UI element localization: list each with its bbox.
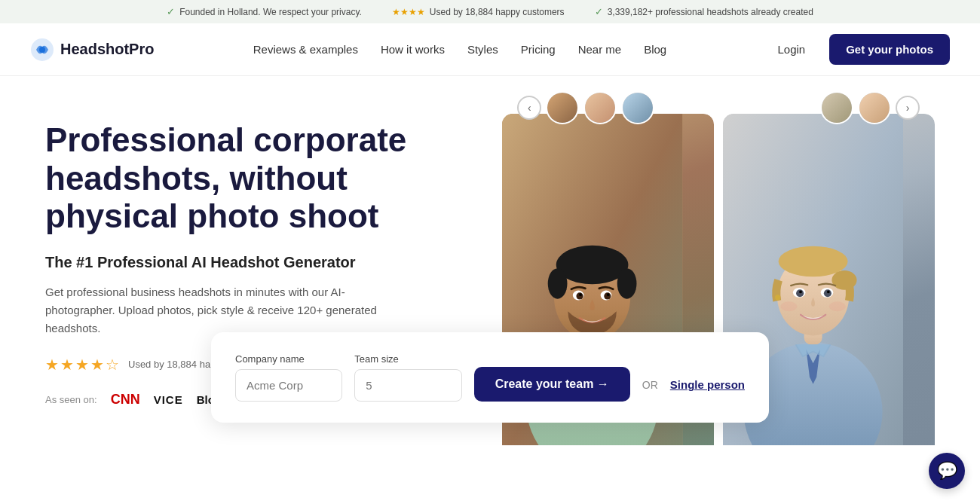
svg-point-15 [607,293,610,296]
nav-styles[interactable]: Styles [467,43,498,56]
svg-point-9 [617,268,637,298]
star-rating: ★★★★☆ [45,356,121,374]
thumb-5 [858,91,891,124]
next-arrow[interactable]: › [896,96,920,120]
nav-links: Reviews & examples How it works Styles P… [253,43,667,57]
svg-point-7 [556,246,629,285]
or-text: OR [642,379,658,402]
svg-point-26 [799,291,802,294]
team-size-input[interactable] [354,369,461,402]
nav-how-it-works[interactable]: How it works [381,43,445,56]
logo-link[interactable]: HeadshotPro [30,38,154,62]
create-team-button[interactable]: Create your team → [474,367,630,402]
nav-actions: Login Get your photos [765,34,950,65]
banner-headshots: ✓ 3,339,182+ professional headshots alre… [595,6,813,17]
company-field: Company name [235,353,342,402]
hero-description: Get professional business headshots in m… [45,283,407,338]
thumb-3 [621,91,654,124]
svg-point-28 [775,295,780,300]
svg-point-30 [829,301,846,311]
navbar: HeadshotPro Reviews & examples How it wo… [0,23,980,76]
svg-point-14 [580,293,583,296]
thumb-row-right: › [820,91,920,124]
check-icon-2: ✓ [595,6,603,17]
thumb-row-left: ‹ [517,91,654,124]
prev-arrow[interactable]: ‹ [517,96,541,120]
company-label: Company name [235,353,342,365]
nav-blog[interactable]: Blog [644,43,666,56]
banner-privacy: ✓ Founded in Holland. We respect your pr… [167,6,362,17]
team-size-field: Team size [354,353,461,402]
get-photos-button[interactable]: Get your photos [829,34,950,65]
login-button[interactable]: Login [765,37,817,62]
thumb-4 [820,91,853,124]
thumb-2 [583,91,617,124]
nav-near-me[interactable]: Near me [578,43,622,56]
hero-subtitle: The #1 Professional AI Headshot Generato… [45,254,472,271]
star-icons: ★★★★ [392,7,425,17]
hero-title: Professional corporate headshots, withou… [45,121,472,236]
logo-text: HeadshotPro [60,41,154,58]
form-card: Company name Team size Create your team … [211,332,769,423]
banner-customers: ★★★★ Used by 18,884 happy customers [392,7,565,17]
svg-point-8 [548,268,568,298]
nav-pricing[interactable]: Pricing [521,43,556,56]
svg-point-25 [824,289,831,297]
nav-reviews[interactable]: Reviews & examples [253,43,358,56]
company-input[interactable] [235,369,342,402]
single-person-button[interactable]: Single person [670,378,745,402]
team-size-label: Team size [354,353,461,365]
thumb-1 [546,91,579,124]
svg-point-24 [796,289,804,297]
svg-point-21 [832,270,857,290]
logo-icon [30,38,54,62]
svg-point-1 [39,47,45,53]
svg-point-29 [781,301,798,311]
check-icon: ✓ [167,6,175,17]
top-banner: ✓ Founded in Holland. We respect your pr… [0,0,980,23]
svg-point-27 [827,291,830,294]
